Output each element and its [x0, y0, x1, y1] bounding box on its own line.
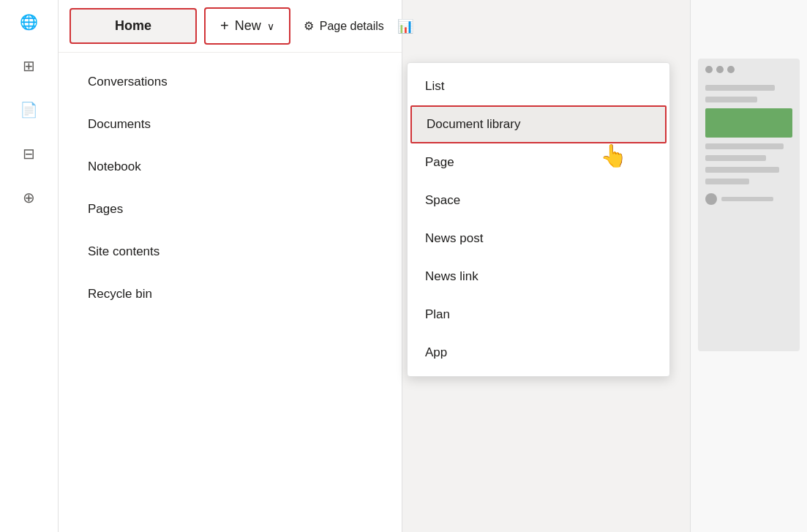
page-details-label: Page details	[320, 20, 384, 33]
nav-items-list: Conversations Documents Notebook Pages S…	[59, 53, 402, 323]
grid-icon[interactable]: ⊞	[15, 51, 44, 80]
nav-item-documents[interactable]: Documents	[66, 104, 394, 145]
dropdown-item-plan[interactable]: Plan	[408, 296, 669, 334]
nav-item-pages[interactable]: Pages	[66, 189, 394, 230]
preview-inner	[698, 59, 800, 351]
preview-dot-3	[727, 66, 735, 73]
table-icon[interactable]: ⊟	[15, 139, 44, 168]
preview-line-2	[705, 97, 757, 102]
dropdown-item-page[interactable]: Page	[408, 143, 669, 181]
chevron-down-icon: ∨	[267, 20, 274, 32]
dropdown-item-document-library[interactable]: Document library	[410, 105, 667, 143]
add-icon[interactable]: ⊕	[15, 183, 44, 212]
preview-line-6	[705, 179, 749, 184]
nav-item-conversations[interactable]: Conversations	[66, 61, 394, 102]
globe-icon[interactable]: 🌐	[15, 7, 44, 37]
dropdown-item-app[interactable]: App	[408, 334, 669, 372]
dropdown-item-news-link[interactable]: News link	[408, 258, 669, 296]
page-details-button[interactable]: ⚙ Page details	[298, 13, 390, 39]
preview-dots	[705, 66, 792, 73]
preview-avatar	[705, 193, 717, 205]
preview-dot-1	[705, 66, 713, 73]
new-button[interactable]: + New ∨	[204, 7, 290, 45]
preview-line-4	[705, 155, 766, 161]
preview-avatar-row	[705, 193, 792, 205]
preview-line-5	[705, 167, 779, 173]
document-icon[interactable]: 📄	[15, 95, 44, 124]
preview-line-1	[705, 85, 775, 91]
analytics-icon[interactable]: 📊	[397, 12, 413, 41]
sidebar-icons-panel: 🌐 ⊞ 📄 ⊟ ⊕	[0, 0, 59, 532]
new-label: New	[235, 18, 261, 34]
nav-item-recycle-bin[interactable]: Recycle bin	[66, 274, 394, 315]
preview-dot-2	[716, 66, 724, 73]
preview-image-block	[705, 108, 792, 138]
page-preview-panel	[690, 0, 807, 532]
nav-header: Home + New ∨ ⚙ Page details 📊	[59, 0, 402, 53]
nav-panel: Home + New ∨ ⚙ Page details 📊 Conversati…	[59, 0, 402, 532]
new-dropdown-menu: List Document library Page Space News po…	[407, 62, 670, 377]
nav-item-notebook[interactable]: Notebook	[66, 146, 394, 187]
plus-icon: +	[220, 18, 229, 34]
preview-line-3	[705, 143, 784, 149]
preview-line-7	[721, 197, 773, 201]
dropdown-item-list[interactable]: List	[408, 67, 669, 105]
dropdown-item-news-post[interactable]: News post	[408, 220, 669, 258]
dropdown-item-space[interactable]: Space	[408, 181, 669, 220]
home-tab[interactable]: Home	[70, 8, 197, 44]
nav-item-site-contents[interactable]: Site contents	[66, 231, 394, 272]
gear-icon: ⚙	[304, 19, 314, 33]
